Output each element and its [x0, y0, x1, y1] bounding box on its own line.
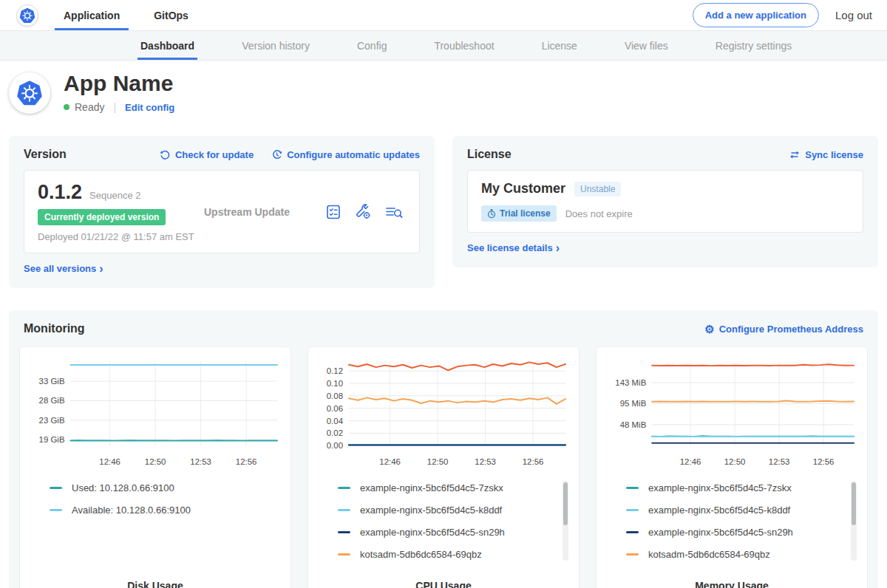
version-sequence: Sequence 2	[89, 190, 140, 201]
legend-scrollbar[interactable]	[563, 481, 568, 561]
monitoring-title: Monitoring	[24, 322, 85, 335]
sub-nav-tab-registry-settings[interactable]: Registry settings	[713, 31, 795, 60]
chart-title: Memory Usage	[605, 571, 858, 588]
legend-item: example-nginx-5bc6f5d4c5-sn29h	[626, 527, 839, 538]
charts-row: 19 GiB23 GiB28 GiB33 GiB12:4612:5012:531…	[19, 346, 868, 588]
app-icon	[9, 72, 50, 114]
config-wrench-icon[interactable]	[355, 204, 372, 220]
legend-item: example-nginx-5bc6f5d4c5-7zskx	[626, 482, 839, 493]
kubernetes-icon	[19, 7, 35, 24]
sub-nav-tab-config[interactable]: Config	[354, 31, 390, 60]
legend-color-dash	[626, 487, 639, 489]
brand-logo[interactable]	[16, 0, 38, 30]
refresh-icon	[160, 149, 171, 160]
svg-text:48 MiB: 48 MiB	[620, 420, 647, 429]
svg-text:12:53: 12:53	[190, 457, 211, 466]
legend-color-dash	[626, 531, 639, 533]
svg-text:12:53: 12:53	[769, 457, 790, 466]
svg-text:0.08: 0.08	[327, 392, 343, 400]
edit-config-link[interactable]: Edit config	[125, 102, 174, 113]
chart-legend: Used: 10.128.0.66:9100Available: 10.128.…	[50, 482, 282, 527]
see-all-versions-link[interactable]: See all versions ›	[24, 263, 103, 274]
svg-text:143 MiB: 143 MiB	[615, 378, 646, 387]
sub-nav-tab-view-files[interactable]: View files	[622, 31, 671, 60]
logout-button[interactable]: Log out	[835, 9, 872, 21]
check-for-update-link[interactable]: Check for update	[160, 149, 254, 160]
sync-license-link[interactable]: Sync license	[789, 149, 863, 160]
chart-title: Disk Usage	[29, 571, 282, 588]
page-title: App Name	[64, 71, 174, 96]
svg-text:12:50: 12:50	[724, 457, 746, 466]
legend-item: example-nginx-5bc6f5d4c5-sn29h	[338, 527, 551, 538]
add-application-button[interactable]: Add a new application	[693, 3, 819, 27]
chevron-right-icon: ›	[556, 245, 560, 252]
stopwatch-icon	[487, 209, 496, 219]
divider: |	[113, 101, 116, 113]
svg-text:0.10: 0.10	[327, 379, 343, 388]
legend-color-dash	[338, 531, 350, 533]
trial-license-badge: Trial license	[481, 205, 557, 222]
preflight-checks-icon[interactable]	[325, 204, 341, 220]
legend-item: example-nginx-5bc6f5d4c5-7zskx	[338, 482, 551, 493]
legend-color-dash	[50, 487, 62, 489]
legend-scrollbar[interactable]	[851, 481, 857, 561]
status-text: Ready	[75, 101, 104, 113]
svg-text:12:46: 12:46	[379, 457, 401, 466]
legend-color-dash	[626, 509, 639, 511]
svg-text:95 MiB: 95 MiB	[620, 399, 647, 408]
view-logs-icon[interactable]	[385, 204, 403, 220]
svg-text:19 GiB: 19 GiB	[39, 435, 65, 444]
app-header: App Name Ready | Edit config	[0, 61, 887, 126]
legend-label: example-nginx-5bc6f5d4c5-k8ddf	[360, 505, 502, 516]
legend-scrollbar-thumb[interactable]	[852, 482, 856, 525]
customer-name: My Customer	[481, 181, 565, 196]
license-card-title: License	[467, 148, 512, 161]
chart-title: CPU Usage	[317, 571, 570, 588]
legend-item: kotsadm-5db6dc6584-69qbz	[338, 549, 551, 560]
top-nav-tab-application[interactable]: Application	[59, 0, 124, 30]
version-number: 0.1.2	[38, 181, 82, 204]
status-dot	[64, 104, 69, 110]
sub-nav-tab-license[interactable]: License	[539, 31, 580, 60]
version-card-title: Version	[24, 148, 67, 161]
deployed-timestamp: Deployed 01/21/22 @ 11:57 am EST	[38, 231, 197, 242]
legend-label: example-nginx-5bc6f5d4c5-sn29h	[360, 527, 505, 538]
svg-text:12:56: 12:56	[523, 457, 544, 466]
svg-text:12:46: 12:46	[680, 457, 701, 466]
legend-label: Available: 10.128.0.66:9100	[72, 505, 191, 516]
chevron-right-icon: ›	[99, 265, 103, 273]
legend-item: kotsadm-5db6dc6584-69qbz	[626, 549, 839, 560]
legend-color-dash	[338, 487, 350, 489]
disk-usage-plot: 19 GiB23 GiB28 GiB33 GiB12:4612:5012:531…	[29, 356, 282, 472]
svg-text:12:56: 12:56	[236, 457, 257, 466]
monitoring-card: Monitoring ⚙ Configure Prometheus Addres…	[9, 310, 878, 588]
svg-text:0.06: 0.06	[327, 404, 343, 413]
svg-text:0.00: 0.00	[327, 441, 343, 450]
configure-prometheus-link[interactable]: ⚙ Configure Prometheus Address	[704, 324, 863, 335]
svg-text:12:46: 12:46	[99, 457, 120, 466]
license-expiry: Does not expire	[565, 208, 633, 219]
see-license-details-link[interactable]: See license details ›	[467, 242, 560, 253]
chart-legend: example-nginx-5bc6f5d4c5-7zskxexample-ng…	[338, 482, 570, 571]
top-nav: ApplicationGitOps Add a new application …	[0, 0, 887, 31]
legend-color-dash	[626, 553, 639, 555]
svg-text:23 GiB: 23 GiB	[39, 416, 65, 425]
legend-label: example-nginx-5bc6f5d4c5-sn29h	[648, 527, 793, 538]
sub-nav-tab-dashboard[interactable]: Dashboard	[137, 31, 197, 60]
license-panel: My Customer Unstable Trial license Does …	[467, 170, 863, 233]
update-schedule-icon	[271, 149, 282, 160]
legend-item: Available: 10.128.0.66:9100	[50, 505, 262, 516]
svg-text:12:56: 12:56	[813, 457, 835, 466]
memory-usage-chart-card: 48 MiB95 MiB143 MiB12:4612:5012:5312:56e…	[596, 346, 868, 588]
legend-color-dash	[338, 553, 350, 555]
top-nav-tab-gitops[interactable]: GitOps	[149, 0, 193, 30]
svg-text:0.04: 0.04	[327, 417, 344, 425]
legend-scrollbar-thumb[interactable]	[563, 482, 568, 525]
svg-text:33 GiB: 33 GiB	[39, 377, 65, 386]
sub-nav-tab-troubleshoot[interactable]: Troubleshoot	[431, 31, 497, 60]
sub-nav-tab-version-history[interactable]: Version history	[239, 31, 313, 60]
configure-automatic-updates-link[interactable]: Configure automatic updates	[271, 149, 420, 160]
legend-item: example-nginx-5bc6f5d4c5-k8ddf	[338, 505, 551, 516]
legend-label: kotsadm-5db6dc6584-69qbz	[360, 549, 482, 560]
version-source: Upstream Update	[197, 206, 325, 218]
